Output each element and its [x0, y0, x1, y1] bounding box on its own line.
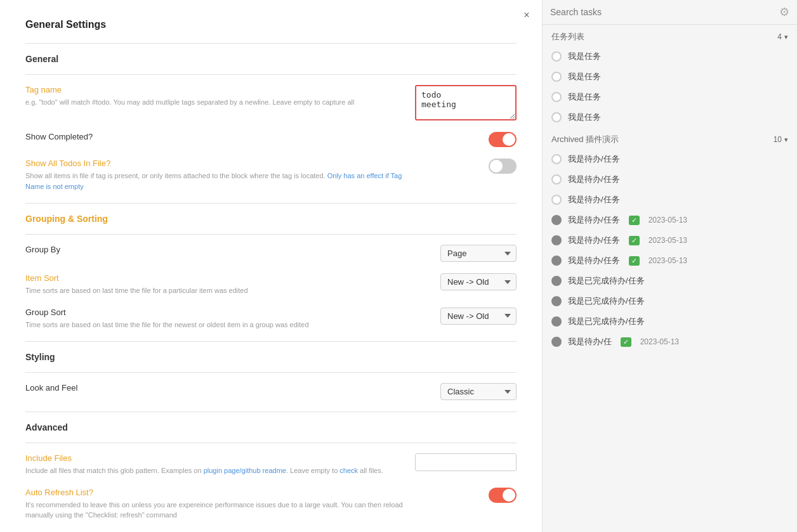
group-sort-select[interactable]: New -> Old Old -> New A -> Z Z -> A	[440, 308, 517, 325]
show-all-todos-toggle[interactable]	[489, 159, 517, 174]
group-sort-description: Time sorts are based on last time the fi…	[25, 320, 406, 330]
task-text: 我是待办/任务	[568, 174, 620, 185]
list-item: 我是已完成待办/任务	[543, 291, 797, 311]
task-date: 2023-05-13	[649, 236, 687, 245]
group-by-label: Group By	[25, 245, 406, 254]
divider-3	[25, 203, 517, 204]
task-radio[interactable]	[551, 174, 562, 185]
list-item: 我是任务	[543, 87, 797, 107]
settings-panel: × General Settings General Tag name e.g.…	[0, 0, 543, 532]
task-date: 2023-05-13	[649, 216, 687, 224]
search-input[interactable]	[550, 7, 774, 17]
task-radio[interactable]	[551, 316, 562, 327]
look-feel-label-group: Look and Feel	[25, 383, 406, 395]
list-item: 我是待办/任务	[543, 149, 797, 169]
task-radio[interactable]	[551, 276, 562, 286]
divider-4	[25, 234, 517, 235]
list-item: 我是待办/任务	[543, 169, 797, 190]
tag-name-input[interactable]: todo meeting	[415, 85, 517, 120]
section-styling: Styling	[25, 352, 517, 362]
tag-name-description: e.g. "todo" will match #todo. You may ad…	[25, 97, 406, 108]
include-files-input[interactable]	[415, 453, 517, 471]
task-panel: ⚙ 任务列表 4 ▾ 我是任务 我是任务 我是任务 我是任务	[543, 0, 797, 532]
item-sort-row: Item Sort Time sorts are based on last t…	[25, 273, 517, 296]
show-completed-label: Show Completed?	[25, 132, 406, 141]
task-text: 我是任务	[568, 91, 601, 103]
task-text: 我是已完成待办/任务	[568, 275, 645, 287]
group-by-row: Group By Page Tag None	[25, 245, 517, 262]
task-group-header-2: Archived 插件演示 10 ▾	[543, 127, 797, 149]
show-all-todos-row: Show All Todos In File? Show all items i…	[25, 159, 517, 191]
auto-refresh-toggle-container	[489, 488, 517, 503]
task-list-body: 任务列表 4 ▾ 我是任务 我是任务 我是任务 我是任务 Archived 插件…	[543, 25, 797, 532]
auto-refresh-label-group: Auto Refresh List? It's recommended to l…	[25, 488, 406, 521]
gear-icon[interactable]: ⚙	[779, 5, 789, 19]
task-text: 我是已完成待办/任务	[568, 295, 645, 307]
task-radio[interactable]	[551, 51, 562, 62]
list-item: 我是任务	[543, 46, 797, 67]
task-radio[interactable]	[551, 215, 562, 225]
task-text: 我是待办/任务	[568, 153, 620, 165]
show-all-todos-slider	[489, 159, 517, 174]
task-text: 我是任务	[568, 112, 601, 123]
item-sort-description: Time sorts are based on last time the fi…	[25, 285, 406, 296]
show-all-todos-toggle-container	[489, 159, 517, 174]
group-by-select[interactable]: Page Tag None	[440, 245, 517, 262]
look-feel-row: Look and Feel Classic Modern Minimal	[25, 383, 517, 400]
group-sort-label-group: Group Sort Time sorts are based on last …	[25, 308, 406, 330]
task-radio[interactable]	[551, 195, 562, 205]
chevron-down-icon-2[interactable]: ▾	[784, 136, 788, 144]
group-sort-label: Group Sort	[25, 308, 406, 317]
task-radio[interactable]	[551, 235, 562, 245]
task-radio[interactable]	[551, 256, 562, 266]
list-item: 我是待办/任 ✓ 2023-05-13	[543, 332, 797, 352]
section-general: General	[25, 54, 517, 64]
show-completed-toggle[interactable]	[489, 132, 517, 147]
show-completed-slider	[489, 132, 517, 147]
task-text: 我是已完成待办/任务	[568, 316, 645, 327]
task-radio[interactable]	[551, 92, 562, 102]
section-grouping: Grouping & Sorting	[25, 214, 517, 224]
task-text: 我是任务	[568, 51, 601, 62]
item-sort-select[interactable]: New -> Old Old -> New A -> Z Z -> A	[440, 273, 517, 290]
divider-7	[25, 412, 517, 412]
task-radio[interactable]	[551, 112, 562, 122]
task-text: 我是待办/任务	[568, 214, 620, 226]
auto-refresh-slider	[489, 488, 517, 503]
include-files-label: Include Files	[25, 453, 406, 463]
list-item: 我是已完成待办/任务	[543, 271, 797, 291]
include-files-row: Include Files Include all files that mat…	[25, 453, 517, 476]
task-group-count-2: 10 ▾	[774, 135, 788, 144]
task-radio[interactable]	[551, 337, 562, 347]
divider-8	[25, 443, 517, 443]
task-group-header-1: 任务列表 4 ▾	[543, 25, 797, 46]
task-radio[interactable]	[551, 72, 562, 82]
tag-name-label-group: Tag name e.g. "todo" will match #todo. Y…	[25, 85, 406, 108]
include-files-label-group: Include Files Include all files that mat…	[25, 453, 406, 476]
task-text: 我是待办/任务	[568, 194, 620, 205]
look-feel-label: Look and Feel	[25, 383, 406, 393]
settings-title: General Settings	[25, 19, 517, 30]
task-group-title-1: 任务列表	[551, 31, 584, 42]
show-completed-label-group: Show Completed?	[25, 132, 406, 144]
divider-2	[25, 74, 517, 75]
list-item: 我是待办/任务	[543, 190, 797, 210]
auto-refresh-toggle[interactable]	[489, 488, 517, 503]
auto-refresh-label: Auto Refresh List?	[25, 488, 406, 497]
divider-5	[25, 341, 517, 342]
list-item: 我是待办/任务 ✓ 2023-05-13	[543, 210, 797, 230]
list-item: 我是已完成待办/任务	[543, 311, 797, 332]
close-button[interactable]: ×	[519, 8, 534, 23]
show-completed-toggle-container	[489, 132, 517, 147]
task-text: 我是待办/任	[568, 336, 612, 347]
task-radio[interactable]	[551, 296, 562, 306]
task-radio[interactable]	[551, 154, 562, 164]
look-feel-select[interactable]: Classic Modern Minimal	[440, 383, 517, 400]
task-badge: ✓	[629, 256, 640, 266]
chevron-down-icon-1[interactable]: ▾	[784, 33, 788, 41]
auto-refresh-description: It's recommended to leave this on unless…	[25, 500, 406, 521]
show-all-todos-label-group: Show All Todos In File? Show all items i…	[25, 159, 406, 191]
list-item: 我是待办/任务 ✓ 2023-05-13	[543, 230, 797, 250]
show-all-todos-label: Show All Todos In File?	[25, 159, 406, 168]
show-all-todos-description: Show all items in file if tag is present…	[25, 171, 406, 191]
